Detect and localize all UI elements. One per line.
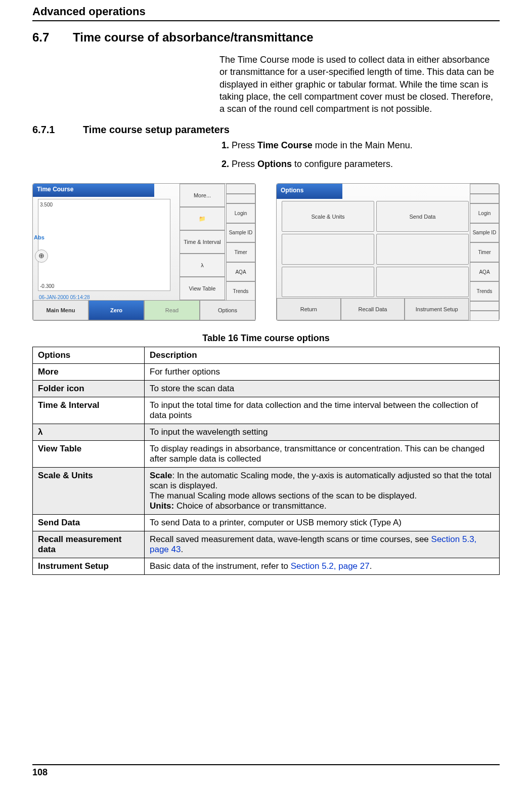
row-desc: To send Data to a printer, computer or U… [145, 515, 500, 531]
desc-post: . [370, 561, 372, 571]
s2-grid: Scale & Units Send Data [282, 201, 469, 297]
aqa-button[interactable]: AQA [470, 262, 499, 282]
row-desc: To display readings in absorbance, trans… [145, 441, 500, 468]
screenshot-options: Options Scale & Units Send Data Login Sa… [276, 183, 500, 321]
s1-bottom-bar: Main Menu Zero Read Options [33, 300, 255, 320]
th-options: Options [33, 347, 145, 364]
s1-ymin: -0.300 [40, 283, 54, 289]
more-button[interactable]: More... [180, 184, 225, 207]
main-menu-button[interactable]: Main Menu [33, 300, 88, 320]
table-row: λ To input the wavelength setting [33, 424, 500, 441]
read-button[interactable]: Read [144, 300, 200, 320]
subsection-title: Time course setup parameters [83, 124, 230, 135]
s1-date: 06-JAN-2000 05:14:28 [39, 295, 90, 300]
row-desc: Scale: In the automatic Scaling mode, th… [145, 468, 500, 515]
trends-button[interactable]: Trends [470, 281, 499, 301]
table-row: Time & Interval To input the total time … [33, 397, 500, 424]
zero-button[interactable]: Zero [88, 300, 144, 320]
table-row: Instrument Setup Basic data of the instr… [33, 558, 500, 575]
section-title: Time course of absorbance/transmittance [73, 30, 314, 44]
step-2-post: to configure parameters. [292, 159, 393, 169]
view-table-button[interactable]: View Table [180, 277, 225, 300]
row-desc: For further options [145, 364, 500, 381]
xref-link[interactable]: Section 5.2, page 27 [291, 561, 370, 571]
s1-ymax: 3.500 [40, 202, 53, 207]
instrument-setup-button[interactable]: Instrument Setup [405, 298, 469, 320]
section-number: 6.7 [32, 30, 73, 45]
empty-cell [282, 267, 374, 298]
step-1-bold: Time Course [257, 140, 313, 150]
row-opt: Folder icon [33, 381, 145, 397]
table-row: Folder icon To store the scan data [33, 381, 500, 397]
send-data-button[interactable]: Send Data [376, 201, 469, 232]
row-opt: λ [33, 424, 145, 441]
scale-bold: Scale [150, 471, 172, 480]
units-bold: Units: [150, 501, 174, 511]
scroll-down-icon[interactable] [470, 301, 499, 321]
options-table: Options Description More For further opt… [32, 347, 500, 575]
row-opt: Time & Interval [33, 397, 145, 424]
empty-cell [282, 234, 374, 265]
trends-button[interactable]: Trends [226, 281, 255, 301]
row-desc: Recall saved measurement data, wave-leng… [145, 531, 500, 558]
subsection-number: 6.7.1 [32, 124, 83, 136]
steps-list: Press Time Course mode in the Main Menu.… [219, 139, 500, 171]
step-2-bold: Options [257, 159, 292, 169]
row-opt: Send Data [33, 515, 145, 531]
section-heading: 6.7Time course of absorbance/transmittan… [32, 30, 500, 45]
row-opt: Scale & Units [33, 468, 145, 515]
footer: 108 [32, 764, 500, 778]
time-interval-button[interactable]: Time & Interval [180, 230, 225, 254]
page-number: 108 [32, 767, 500, 778]
s1-titlebar: Time Course [33, 184, 154, 197]
aqa-button[interactable]: AQA [226, 262, 255, 282]
table-row: View Table To display readings in absorb… [33, 441, 500, 468]
step-1-post: mode in the Main Menu. [313, 140, 413, 150]
scale-units-button[interactable]: Scale & Units [282, 201, 374, 232]
step-2-pre: Press [232, 159, 257, 169]
recall-data-button[interactable]: Recall Data [341, 298, 405, 320]
s1-plot-area [38, 199, 170, 291]
empty-cell [376, 267, 469, 298]
options-button[interactable]: Options [200, 300, 255, 320]
scroll-up-icon[interactable] [226, 184, 255, 203]
screenshots-row: Time Course 3.500 -0.300 Abs ⊕ 06-JAN-20… [32, 183, 500, 321]
s2-titlebar: Options [277, 184, 342, 199]
lambda-button[interactable]: λ [180, 254, 225, 277]
s1-abs-label: Abs [34, 234, 45, 240]
folder-icon[interactable]: 📁 [180, 207, 225, 230]
row-desc: To input the wavelength setting [145, 424, 500, 441]
row-opt: More [33, 364, 145, 381]
row-desc: Basic data of the instrument, refer to S… [145, 558, 500, 575]
sample-id-button[interactable]: Sample ID [470, 223, 499, 243]
row-opt: View Table [33, 441, 145, 468]
row-desc: To store the scan data [145, 381, 500, 397]
step-1-pre: Press [232, 140, 257, 150]
row-opt: Instrument Setup [33, 558, 145, 575]
return-button[interactable]: Return [277, 298, 341, 320]
section-body: The Time Course mode is used to collect … [219, 54, 500, 115]
step-1: Press Time Course mode in the Main Menu. [232, 139, 500, 152]
scale-text1: : In the automatic Scaling mode, the y-a… [150, 471, 492, 490]
s1-right-column: More... 📁 Time & Interval λ View Table [180, 184, 225, 300]
login-button[interactable]: Login [470, 203, 499, 223]
login-button[interactable]: Login [226, 203, 255, 223]
header-rule [32, 20, 500, 21]
sample-id-button[interactable]: Sample ID [226, 223, 255, 243]
running-header: Advanced operations [32, 0, 500, 20]
table-row: Scale & Units Scale: In the automatic Sc… [33, 468, 500, 515]
desc-post: . [181, 545, 183, 554]
table-row: Send Data To send Data to a printer, com… [33, 515, 500, 531]
timer-button[interactable]: Timer [226, 242, 255, 262]
timer-button[interactable]: Timer [470, 242, 499, 262]
table-caption: Table 16 Time course options [32, 333, 500, 344]
screenshot-time-course: Time Course 3.500 -0.300 Abs ⊕ 06-JAN-20… [32, 183, 256, 321]
table-row: Recall measurement data Recall saved mea… [33, 531, 500, 558]
row-opt: Recall measurement data [33, 531, 145, 558]
step-2: Press Options to configure parameters. [232, 157, 500, 171]
s2-sidebar: Login Sample ID Timer AQA Trends [470, 184, 499, 320]
desc-pre: Basic data of the instrument, refer to [150, 561, 291, 571]
scroll-up-icon[interactable] [470, 184, 499, 203]
s2-bottom-bar: Return Recall Data Instrument Setup [277, 298, 469, 320]
desc-pre: Recall saved measurement data, wave-leng… [150, 534, 431, 544]
